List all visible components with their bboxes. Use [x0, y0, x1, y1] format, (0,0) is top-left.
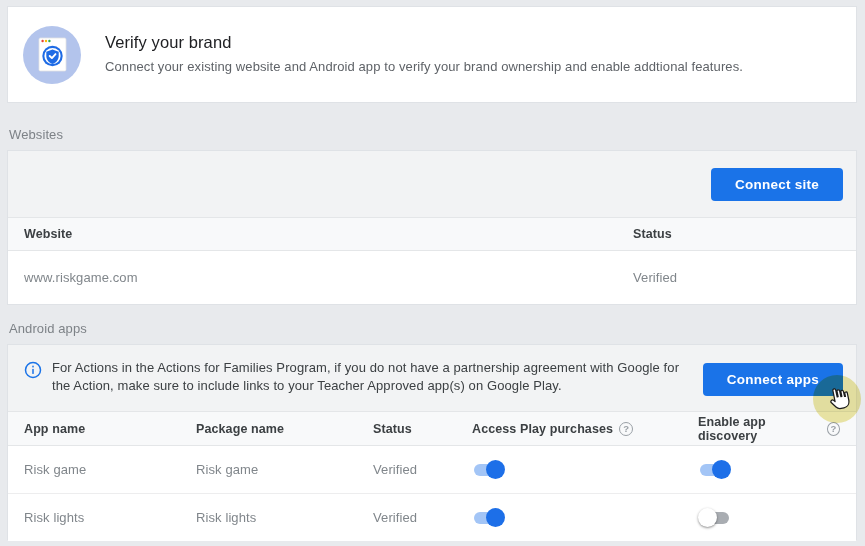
android-info-banner: For Actions in the Actions for Families … [8, 345, 856, 411]
enable-app-discovery-toggle[interactable] [698, 460, 731, 480]
website-table-row: www.riskgame.com Verified [8, 251, 856, 303]
access-play-purchases-toggle[interactable] [472, 460, 505, 480]
android-col-access-play-purchases: Access Play purchases ? [472, 422, 698, 436]
verify-brand-page: { "header": { "title": "Verify your bran… [0, 0, 865, 546]
toggle-knob [712, 460, 731, 479]
header-text-block: Verify your brand Connect your existing … [105, 33, 743, 76]
websites-toolbar: Connect site [8, 151, 856, 217]
help-icon[interactable]: ? [827, 422, 840, 436]
toggle-knob [486, 508, 505, 527]
android-col-package-name: Package name [196, 422, 373, 436]
app-status-cell: Verified [373, 462, 472, 477]
package-name-cell: Risk game [196, 462, 373, 477]
website-cell: www.riskgame.com [24, 270, 633, 285]
android-col-app-name: App name [24, 422, 196, 436]
websites-card: Connect site Website Status www.riskgame… [7, 150, 857, 305]
android-apps-card: For Actions in the Actions for Families … [7, 344, 857, 540]
websites-table-header: Website Status [8, 217, 856, 251]
android-apps-section-label: Android apps [9, 321, 87, 336]
page-title: Verify your brand [105, 33, 743, 52]
enable-app-discovery-label: Enable app discovery [698, 415, 821, 443]
websites-col-website: Website [24, 227, 633, 241]
connect-apps-button[interactable]: Connect apps [703, 363, 843, 396]
access-play-purchases-label: Access Play purchases [472, 422, 613, 436]
connect-site-button[interactable]: Connect site [711, 168, 843, 201]
app-status-cell: Verified [373, 510, 472, 525]
enable-app-discovery-toggle[interactable] [698, 508, 731, 528]
android-table-header: App name Package name Status Access Play… [8, 411, 856, 446]
brand-badge-icon [23, 26, 81, 84]
android-app-row: Risk game Risk game Verified [8, 446, 856, 493]
help-icon[interactable]: ? [619, 422, 633, 436]
access-play-purchases-toggle[interactable] [472, 508, 505, 528]
android-app-row: Risk lights Risk lights Verified [8, 493, 856, 541]
app-name-cell: Risk game [24, 462, 196, 477]
android-col-enable-app-discovery: Enable app discovery ? [698, 415, 840, 443]
website-status-cell: Verified [633, 270, 840, 285]
package-name-cell: Risk lights [196, 510, 373, 525]
info-icon [24, 361, 42, 379]
websites-section-label: Websites [9, 127, 63, 142]
families-program-info-text: For Actions in the Actions for Families … [52, 359, 700, 395]
toggle-knob [698, 508, 717, 527]
page-description: Connect your existing website and Androi… [105, 59, 743, 74]
websites-col-status: Status [633, 227, 840, 241]
verify-brand-header-card: Verify your brand Connect your existing … [7, 6, 857, 103]
android-col-status: Status [373, 422, 472, 436]
app-name-cell: Risk lights [24, 510, 196, 525]
toggle-knob [486, 460, 505, 479]
